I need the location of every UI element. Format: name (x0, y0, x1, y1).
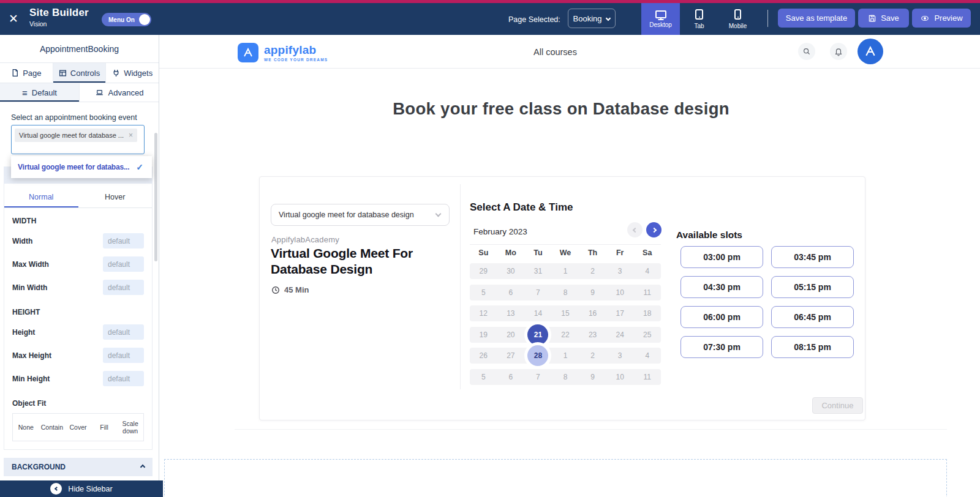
field-input[interactable]: default (103, 280, 144, 295)
calendar-day[interactable]: 4 (633, 351, 661, 360)
event-multiselect[interactable]: Virtual google meet for database ... × (11, 125, 145, 154)
preview-button[interactable]: Preview (912, 9, 971, 28)
calendar-day[interactable]: 10 (606, 373, 634, 381)
tab-normal[interactable]: Normal (4, 184, 78, 207)
tab-controls[interactable]: Controls (53, 63, 107, 83)
save-as-template-button[interactable]: Save as template (778, 9, 855, 28)
calendar-prev-button[interactable] (627, 222, 643, 237)
calendar-day[interactable]: 8 (552, 288, 579, 297)
calendar-day[interactable]: 14 (524, 309, 552, 318)
calendar-day[interactable]: 31 (524, 267, 552, 275)
calendar-day[interactable]: 5 (470, 288, 497, 297)
object-fit-option[interactable]: Contain (39, 424, 66, 431)
device-toggle-mobile[interactable]: Mobile (718, 3, 757, 35)
field-input[interactable]: default (103, 324, 144, 340)
calendar-day[interactable]: 25 (633, 331, 661, 339)
page-select-dropdown[interactable]: Booking (568, 9, 616, 28)
time-slot-button[interactable]: 08:15 pm (771, 336, 854, 358)
object-fit-option[interactable]: None (13, 424, 39, 431)
notifications-button[interactable] (830, 43, 847, 60)
device-toggle-desktop[interactable]: Desktop (641, 3, 680, 35)
object-fit-option[interactable]: Fill (91, 424, 118, 431)
calendar-day[interactable]: 16 (579, 309, 606, 318)
continue-button[interactable]: Continue (812, 397, 863, 414)
tab-hover[interactable]: Hover (78, 184, 153, 207)
close-icon[interactable]: ✕ (9, 12, 18, 26)
calendar-day[interactable]: 10 (606, 288, 634, 297)
calendar-day[interactable]: 1 (552, 351, 579, 360)
chip-remove-icon[interactable]: × (129, 131, 133, 140)
field-input[interactable]: default (103, 371, 144, 386)
calendar-day[interactable]: 17 (606, 309, 634, 318)
background-header-label: BACKGROUND (12, 463, 66, 471)
calendar-day[interactable]: 11 (633, 288, 661, 297)
time-slot-button[interactable]: 03:45 pm (771, 246, 854, 268)
calendar-day[interactable]: 26 (470, 351, 497, 360)
calendar-day[interactable]: 3 (606, 267, 634, 275)
calendar-day[interactable]: 28 (524, 345, 552, 366)
calendar-day[interactable]: 9 (579, 373, 606, 381)
calendar-day[interactable]: 23 (579, 331, 606, 339)
academy-label: AppifylabAcademy (271, 235, 339, 244)
calendar-day[interactable]: 4 (633, 267, 661, 275)
menu-toggle[interactable]: Menu On (102, 13, 151, 26)
object-fit-box: NoneContainCoverFillScale down (12, 413, 144, 441)
object-fit-option[interactable]: Cover (65, 424, 91, 431)
save-button[interactable]: Save (858, 9, 909, 28)
calendar-next-button[interactable] (646, 222, 662, 237)
time-slot-button[interactable]: 06:45 pm (771, 306, 854, 328)
object-fit-option[interactable]: Scale down (117, 420, 143, 435)
course-select-dropdown[interactable]: Virtual google meet for database design (271, 204, 450, 226)
time-slot-button[interactable]: 07:30 pm (680, 336, 763, 358)
calendar-day[interactable]: 6 (497, 288, 525, 297)
calendar-day[interactable]: 21 (524, 324, 552, 345)
device-toggle-tab[interactable]: Tab (680, 3, 718, 35)
calendar-day[interactable]: 13 (497, 309, 525, 318)
tab-default[interactable]: ≡ Default (0, 83, 79, 102)
background-section-header[interactable]: BACKGROUND (4, 458, 153, 476)
calendar-day[interactable]: 27 (497, 351, 525, 360)
nav-link-all-courses[interactable]: All courses (533, 47, 577, 57)
calendar-day[interactable]: 20 (497, 331, 525, 339)
tab-advanced[interactable]: Advanced (79, 83, 159, 102)
calendar-day[interactable]: 7 (524, 288, 552, 297)
day-header: Sa (633, 248, 661, 257)
calendar-day[interactable]: 18 (633, 309, 661, 318)
avatar[interactable] (858, 39, 883, 64)
time-slot-button[interactable]: 04:30 pm (680, 276, 763, 298)
sidebar-scrollbar[interactable] (154, 133, 157, 261)
time-slot-button[interactable]: 03:00 pm (680, 246, 763, 268)
calendar-day[interactable]: 30 (497, 267, 525, 275)
empty-drop-region[interactable] (164, 459, 947, 497)
day-number: 17 (616, 309, 624, 318)
field-input[interactable]: default (103, 348, 144, 363)
tab-page[interactable]: Page (0, 63, 53, 83)
day-number: 9 (590, 288, 595, 297)
calendar-day[interactable]: 5 (470, 373, 497, 381)
calendar-day[interactable]: 12 (470, 309, 497, 318)
calendar-day[interactable]: 8 (552, 373, 579, 381)
time-slot-button[interactable]: 05:15 pm (771, 276, 854, 298)
menu-toggle-label: Menu On (108, 17, 135, 23)
calendar-day[interactable]: 7 (524, 373, 552, 381)
tab-widgets[interactable]: Widgets (106, 63, 159, 83)
field-input[interactable]: default (103, 256, 144, 272)
calendar-day[interactable]: 2 (579, 267, 606, 275)
hide-sidebar-button[interactable]: Hide Sidebar (0, 480, 163, 497)
calendar-day[interactable]: 19 (470, 331, 497, 339)
event-dropdown-option[interactable]: Virtual google meet for databas... ✓ (11, 156, 152, 178)
calendar-day[interactable]: 9 (579, 288, 606, 297)
field-input[interactable]: default (103, 233, 144, 248)
time-slot-button[interactable]: 06:00 pm (680, 306, 763, 328)
calendar-day[interactable]: 3 (606, 351, 634, 360)
search-button[interactable] (798, 43, 815, 60)
appifylab-logo[interactable]: appifylab WE CODE YOUR DREAMS (238, 43, 328, 62)
calendar-day[interactable]: 29 (470, 267, 497, 275)
calendar-day[interactable]: 15 (552, 309, 579, 318)
calendar-day[interactable]: 1 (552, 267, 579, 275)
calendar-day[interactable]: 24 (606, 331, 634, 339)
calendar-day[interactable]: 6 (497, 373, 525, 381)
calendar-day[interactable]: 2 (579, 351, 606, 360)
calendar-day[interactable]: 11 (633, 373, 661, 381)
calendar-day[interactable]: 22 (552, 331, 579, 339)
